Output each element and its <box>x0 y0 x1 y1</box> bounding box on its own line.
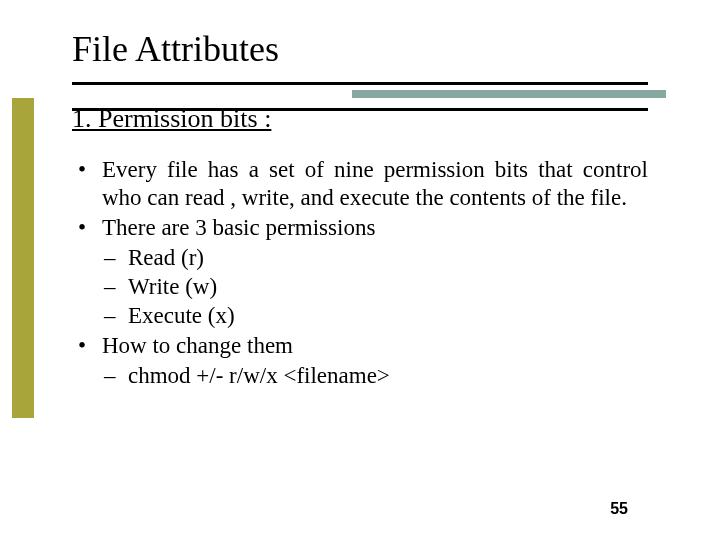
list-item: Execute (x) <box>102 302 648 331</box>
sub-bullet-list: Read (r) Write (w) Execute (x) <box>102 244 648 330</box>
sub-bullet-text: chmod +/- r/w/x <filename> <box>128 363 390 388</box>
sub-bullet-text: Write (w) <box>128 274 217 299</box>
bullet-text: Every file has a set of nine permission … <box>102 157 648 210</box>
page-number: 55 <box>610 500 628 518</box>
bullet-text: How to change them <box>102 333 293 358</box>
list-item: Write (w) <box>102 273 648 302</box>
list-item: How to change them chmod +/- r/w/x <file… <box>72 332 648 391</box>
page-title: File Attributes <box>72 28 648 70</box>
list-item: There are 3 basic permissions Read (r) W… <box>72 214 648 330</box>
accent-vertical-bar <box>12 98 34 418</box>
rule-top <box>72 82 648 85</box>
slide: File Attributes 1. Permission bits : Eve… <box>0 0 720 540</box>
bullet-list: Every file has a set of nine permission … <box>72 156 648 391</box>
sub-bullet-text: Read (r) <box>128 245 204 270</box>
list-item: Every file has a set of nine permission … <box>72 156 648 212</box>
list-item: Read (r) <box>102 244 648 273</box>
rule-teal <box>352 90 666 98</box>
content-body: Every file has a set of nine permission … <box>72 156 648 391</box>
sub-bullet-text: Execute (x) <box>128 303 235 328</box>
list-item: chmod +/- r/w/x <filename> <box>102 362 648 391</box>
bullet-text: There are 3 basic permissions <box>102 215 375 240</box>
subtitle: 1. Permission bits : <box>72 104 648 134</box>
sub-bullet-list: chmod +/- r/w/x <filename> <box>102 362 648 391</box>
